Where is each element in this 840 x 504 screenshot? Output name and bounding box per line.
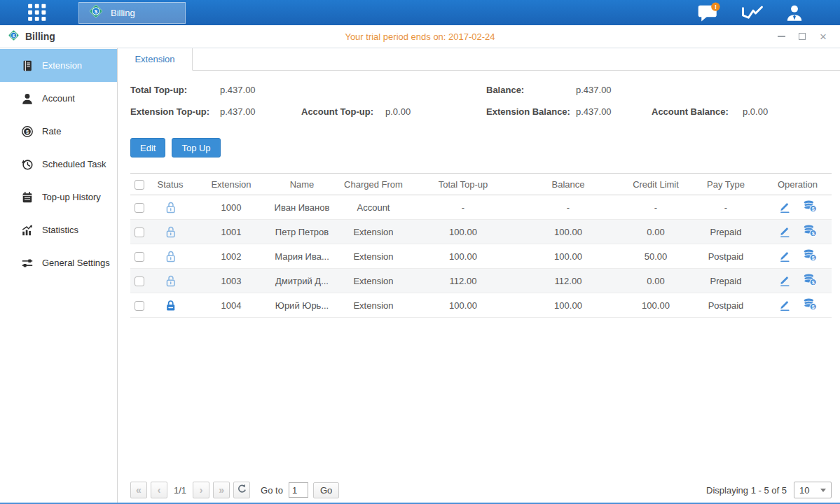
sidebar-item-label: Scheduled Task — [42, 159, 106, 169]
total-topup-value: p.437.00 — [220, 85, 256, 95]
cell-credit-limit: 0.00 — [624, 220, 688, 244]
go-button[interactable]: Go — [313, 482, 339, 498]
row-checkbox[interactable] — [135, 252, 144, 262]
cell-total-topup: - — [413, 195, 513, 220]
tab-strip: Extension — [118, 48, 840, 71]
cell-balance: 112.00 — [513, 269, 624, 293]
cell-name: Петр Петров — [270, 220, 333, 244]
table-row: 1003Дмитрий Д...Extension112.00112.000.0… — [130, 269, 832, 293]
table-body: 1000Иван ИвановAccount---- $ 1001Петр Пе… — [130, 195, 832, 318]
row-edit-button[interactable] — [778, 248, 792, 265]
column-header-name[interactable]: Name — [270, 174, 333, 195]
sidebar-item-extension[interactable]: Extension — [0, 49, 117, 82]
column-header-credit-limit[interactable]: Credit Limit — [624, 174, 688, 195]
app-launcher-icon[interactable] — [27, 4, 48, 22]
top-up-button[interactable]: Top Up — [172, 138, 220, 158]
row-edit-button[interactable] — [778, 200, 792, 216]
first-page-button[interactable]: « — [130, 482, 147, 498]
row-topup-button[interactable]: $ — [803, 298, 818, 313]
row-edit-button[interactable] — [778, 224, 792, 240]
cell-credit-limit: 100.00 — [624, 293, 688, 318]
column-header-extension[interactable]: Extension — [192, 174, 270, 195]
status-unlocked-icon — [164, 225, 177, 239]
account-topup-label: Account Top-up: — [301, 106, 373, 117]
svg-text:$: $ — [812, 280, 815, 286]
cell-total-topup: 100.00 — [413, 293, 513, 318]
balance-value: p.437.00 — [576, 85, 612, 95]
sidebar-item-rate[interactable]: $ Rate — [0, 115, 117, 148]
cell-total-topup: 112.00 — [413, 269, 513, 293]
scheduled-task-icon — [21, 158, 34, 171]
sidebar-item-general-settings[interactable]: General Settings — [0, 246, 117, 279]
column-header-total-top-up[interactable]: Total Top-up — [413, 174, 513, 195]
cell-balance: 100.00 — [513, 244, 624, 269]
svg-text:!: ! — [715, 4, 717, 10]
prev-page-button[interactable]: ‹ — [151, 482, 167, 498]
account-topup-value: p.0.00 — [385, 106, 411, 117]
displaying-count: Displaying 1 - 5 of 5 — [706, 485, 787, 496]
select-all-checkbox[interactable] — [135, 180, 144, 190]
user-icon[interactable] — [784, 4, 805, 22]
status-unlocked-icon — [164, 249, 177, 263]
column-header-balance[interactable]: Balance — [513, 174, 624, 195]
row-topup-button[interactable]: $ — [803, 248, 818, 264]
column-header-pay-type[interactable]: Pay Type — [688, 174, 764, 195]
row-checkbox[interactable] — [135, 276, 144, 286]
minimize-button[interactable] — [776, 31, 787, 42]
sidebar-item-account[interactable]: Account — [0, 82, 117, 115]
cell-charged-from: Extension — [333, 269, 413, 293]
cell-extension: 1004 — [192, 293, 270, 318]
table-row: 1002Мария Ива...Extension100.00100.0050.… — [130, 244, 832, 269]
next-page-button[interactable]: › — [193, 482, 209, 498]
maximize-button[interactable] — [797, 31, 808, 42]
row-checkbox[interactable] — [135, 227, 144, 237]
pagination-bar: « ‹ 1/1 › » Go to Go Displaying 1 - 5 of… — [130, 482, 832, 498]
page-size-select[interactable]: 10 — [794, 482, 832, 498]
goto-label: Go to — [261, 485, 283, 496]
cell-pay-type: Postpaid — [688, 293, 764, 318]
svg-text:$: $ — [26, 128, 29, 134]
window-titlebar: $ Billing Your trial period ends on: 201… — [0, 25, 840, 48]
extension-topup-value: p.437.00 — [220, 106, 256, 117]
column-header-charged-from[interactable]: Charged From — [333, 174, 413, 195]
status-unlocked-icon — [164, 200, 177, 214]
cell-balance: 100.00 — [513, 220, 624, 244]
general-settings-icon — [21, 257, 34, 270]
close-button[interactable]: × — [818, 31, 829, 42]
app-body: Extension Account $ Rate Scheduled Task … — [0, 48, 840, 504]
row-topup-button[interactable]: $ — [803, 224, 818, 239]
messages-icon[interactable]: ! — [697, 2, 721, 23]
edit-button[interactable]: Edit — [130, 138, 165, 158]
refresh-button[interactable] — [233, 482, 250, 498]
trial-notice: Your trial period ends on: 2017-02-24 — [0, 31, 840, 42]
monitor-chart-icon[interactable] — [741, 4, 764, 22]
row-topup-button[interactable]: $ — [803, 200, 818, 215]
cell-total-topup: 100.00 — [413, 244, 513, 269]
taskbar: $ Billing ! — [0, 0, 840, 25]
column-header-status[interactable]: Status — [149, 174, 192, 195]
extension-balance-value: p.437.00 — [576, 106, 612, 117]
row-edit-button[interactable] — [778, 298, 792, 314]
row-checkbox[interactable] — [135, 301, 144, 311]
row-topup-button[interactable]: $ — [803, 273, 818, 288]
cell-credit-limit: 0.00 — [624, 269, 688, 293]
taskbar-tab-billing[interactable]: $ Billing — [78, 2, 186, 24]
sidebar: Extension Account $ Rate Scheduled Task … — [0, 48, 118, 504]
tab-extension[interactable]: Extension — [118, 48, 193, 71]
refresh-icon — [237, 484, 247, 496]
cell-name: Юрий Юрь... — [270, 293, 333, 318]
sidebar-item-statistics[interactable]: Statistics — [0, 214, 117, 246]
cell-credit-limit: - — [624, 195, 688, 220]
account-balance-label: Account Balance: — [652, 106, 729, 117]
last-page-button[interactable]: » — [213, 482, 230, 498]
sidebar-item-top-up-history[interactable]: Top-up History — [0, 181, 117, 214]
cell-pay-type: Postpaid — [688, 244, 764, 269]
goto-page-input[interactable] — [289, 482, 308, 498]
column-header-operation[interactable]: Operation — [764, 174, 832, 195]
sidebar-item-scheduled-task[interactable]: Scheduled Task — [0, 148, 117, 181]
row-checkbox[interactable] — [135, 203, 144, 213]
table-row: 1000Иван ИвановAccount---- $ — [130, 195, 832, 220]
balance-summary: Total Top-up: p.437.00 Balance: p.437.00… — [130, 83, 832, 127]
cell-name: Дмитрий Д... — [270, 269, 333, 293]
row-edit-button[interactable] — [778, 273, 792, 289]
